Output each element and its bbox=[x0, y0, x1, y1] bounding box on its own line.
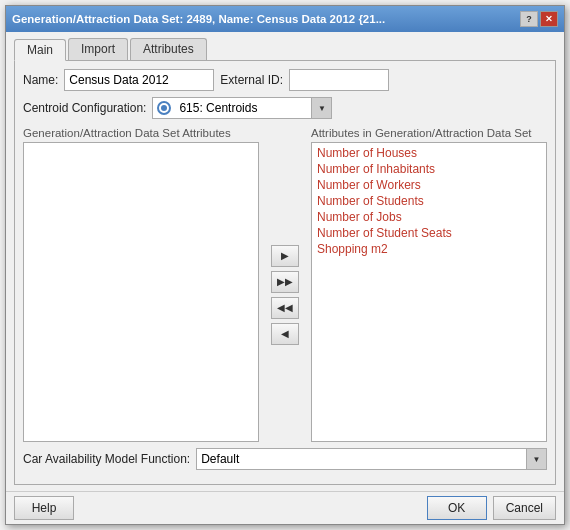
list-item[interactable]: Number of Inhabitants bbox=[314, 161, 544, 177]
car-availability-value: Default bbox=[197, 452, 526, 466]
list-item[interactable]: Shopping m2 bbox=[314, 241, 544, 257]
list-item[interactable]: Number of Students bbox=[314, 193, 544, 209]
help-button[interactable]: Help bbox=[14, 496, 74, 520]
dialog-body: Main Import Attributes Name: External ID… bbox=[6, 32, 564, 491]
name-input[interactable] bbox=[64, 69, 214, 91]
cancel-button[interactable]: Cancel bbox=[493, 496, 556, 520]
list-item[interactable]: Number of Houses bbox=[314, 145, 544, 161]
centroid-row: Centroid Configuration: 615: Centroids ▼ bbox=[23, 97, 547, 119]
ok-button[interactable]: OK bbox=[427, 496, 487, 520]
arrows-column: ▶ ▶▶ ◀◀ ◀ bbox=[267, 147, 303, 442]
move-all-left-button[interactable]: ◀◀ bbox=[271, 297, 299, 319]
centroid-dropdown-arrow[interactable]: ▼ bbox=[311, 98, 331, 118]
car-availability-dropdown[interactable]: Default ▼ bbox=[196, 448, 547, 470]
car-availability-label: Car Availability Model Function: bbox=[23, 452, 190, 466]
name-label: Name: bbox=[23, 73, 58, 87]
title-bar-buttons: ? ✕ bbox=[520, 11, 558, 27]
list-item[interactable]: Number of Workers bbox=[314, 177, 544, 193]
main-dialog: Generation/Attraction Data Set: 2489, Na… bbox=[5, 5, 565, 525]
help-title-button[interactable]: ? bbox=[520, 11, 538, 27]
centroid-radio-icon bbox=[157, 101, 171, 115]
tab-main[interactable]: Main bbox=[14, 39, 66, 61]
left-panel: Generation/Attraction Data Set Attribute… bbox=[23, 127, 259, 442]
title-bar: Generation/Attraction Data Set: 2489, Na… bbox=[6, 6, 564, 32]
tabs-bar: Main Import Attributes bbox=[14, 38, 556, 61]
car-availability-row: Car Availability Model Function: Default… bbox=[23, 448, 547, 470]
centroid-dropdown[interactable]: 615: Centroids ▼ bbox=[152, 97, 332, 119]
dialog-title: Generation/Attraction Data Set: 2489, Na… bbox=[12, 13, 385, 25]
tab-attributes[interactable]: Attributes bbox=[130, 38, 207, 60]
tab-content-main: Name: External ID: Centroid Configuratio… bbox=[14, 61, 556, 485]
close-title-button[interactable]: ✕ bbox=[540, 11, 558, 27]
move-all-right-button[interactable]: ▶▶ bbox=[271, 271, 299, 293]
centroid-radio-inner bbox=[161, 105, 167, 111]
list-item[interactable]: Number of Student Seats bbox=[314, 225, 544, 241]
move-right-button[interactable]: ▶ bbox=[271, 245, 299, 267]
right-panel-label: Attributes in Generation/Attraction Data… bbox=[311, 127, 547, 139]
list-item[interactable]: Number of Jobs bbox=[314, 209, 544, 225]
panels-row: Generation/Attraction Data Set Attribute… bbox=[23, 127, 547, 442]
centroid-value: 615: Centroids bbox=[175, 101, 311, 115]
right-list-box[interactable]: Number of HousesNumber of InhabitantsNum… bbox=[311, 142, 547, 442]
tab-import[interactable]: Import bbox=[68, 38, 128, 60]
name-row: Name: External ID: bbox=[23, 69, 547, 91]
car-availability-dropdown-arrow[interactable]: ▼ bbox=[526, 449, 546, 469]
move-left-button[interactable]: ◀ bbox=[271, 323, 299, 345]
external-id-input[interactable] bbox=[289, 69, 389, 91]
right-panel: Attributes in Generation/Attraction Data… bbox=[311, 127, 547, 442]
left-list-box[interactable] bbox=[23, 142, 259, 442]
centroid-label: Centroid Configuration: bbox=[23, 101, 146, 115]
footer-right-buttons: OK Cancel bbox=[427, 496, 556, 520]
external-id-label: External ID: bbox=[220, 73, 283, 87]
footer: Help OK Cancel bbox=[6, 491, 564, 524]
left-panel-label: Generation/Attraction Data Set Attribute… bbox=[23, 127, 259, 139]
